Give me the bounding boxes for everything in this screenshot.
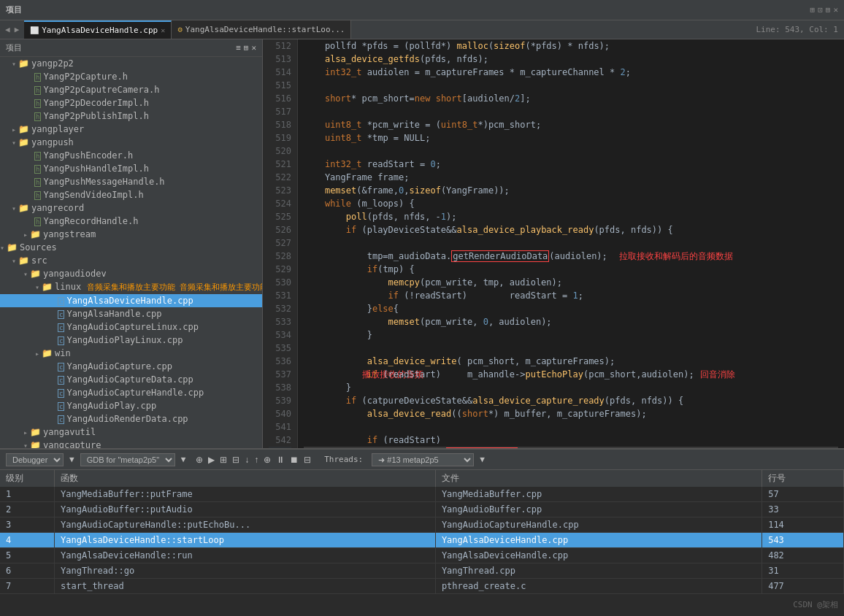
code-line: int32_t audiolen = m_captureFrames * m_c…	[304, 66, 838, 79]
line-number: 540	[269, 407, 291, 420]
line-number: 533	[269, 315, 291, 328]
code-line: if (readStart) m_ahandle->putEchoPlay(pc…	[304, 368, 838, 381]
debug-btn-8[interactable]: ⊟	[302, 453, 312, 466]
tree-item[interactable]: ▾📁yangp2p2	[0, 57, 262, 70]
col-file: 文件	[435, 470, 761, 487]
table-row[interactable]: 6YangThread::goYangThread.cpp31	[0, 563, 844, 579]
code-line: if (!readStart) readStart = 1;	[304, 289, 838, 302]
tree-item[interactable]: hYangRecordHandle.h	[0, 215, 262, 228]
debug-btn-3[interactable]: ⊞	[218, 453, 229, 466]
expand-icon[interactable]: ⊞	[826, 5, 831, 15]
table-cell-func: YangAlsaDeviceHandle::startLoop	[55, 533, 436, 548]
code-line: if(tmp) {	[304, 263, 838, 276]
table-row[interactable]: 4YangAlsaDeviceHandle::startLoopYangAlsa…	[0, 533, 844, 548]
tree-item[interactable]: ▾📁yangpush	[0, 136, 262, 149]
col-line: 行号	[762, 470, 844, 487]
tree-item[interactable]: cYangAlsaHandle.cpp	[0, 307, 262, 320]
tree-close-icon[interactable]: ✕	[251, 43, 256, 53]
line-number: 524	[269, 197, 291, 210]
filter-icon[interactable]: ⊞	[810, 5, 816, 15]
debugger-table[interactable]: 级别 函数 文件 行号 1YangMediaBuffer::putFrameYa…	[0, 470, 844, 594]
nav-back[interactable]: ◀	[3, 25, 12, 34]
table-row[interactable]: 1YangMediaBuffer::putFrameYangMediaBuffe…	[0, 487, 844, 502]
tree-item[interactable]: cYangAudioRenderData.cpp	[0, 412, 262, 426]
table-cell-func: YangAudioBuffer::putAudio	[55, 502, 436, 517]
file-tree[interactable]: 项目 ≡ ⊞ ✕ ▾📁yangp2p2hYangP2pCapture.hhYan…	[0, 39, 263, 448]
tree-item[interactable]: ▾📁yangaudiodev	[0, 267, 262, 280]
code-content[interactable]: 5125135145155165175185195205215225235245…	[263, 39, 844, 448]
debugger-select[interactable]: Debugger	[6, 453, 64, 466]
tree-header-icons: ≡ ⊞ ✕	[236, 43, 256, 53]
table-row[interactable]: 2YangAudioBuffer::putAudioYangAudioBuffe…	[0, 502, 844, 517]
line-number: 539	[269, 394, 291, 407]
tree-item[interactable]: hYangPushMessageHandle.h	[0, 175, 262, 188]
tab-function[interactable]: ⚙ YangAlsaDeviceHandle::startLoo...	[172, 20, 351, 39]
table-row[interactable]: 7start_threadpthread_create.c477	[0, 579, 844, 594]
tree-item[interactable]: ▸📁yangavutil	[0, 426, 262, 439]
line-number: 515	[269, 79, 291, 92]
debug-btn-1[interactable]: ⊕	[194, 453, 204, 466]
editor-zone: 项目 ≡ ⊞ ✕ ▾📁yangp2p2hYangP2pCapture.hhYan…	[0, 39, 844, 448]
debug-btn-pause[interactable]: ⏸	[275, 453, 286, 466]
code-line	[304, 342, 838, 355]
tab-label: YangAlsaDeviceHandle.cpp	[42, 26, 158, 35]
debug-btn-5[interactable]: ↓	[243, 453, 250, 466]
tree-item[interactable]: hYangP2pCapture.h	[0, 70, 262, 83]
title-bar: 项目 ⊞ ⊡ ⊞ ✕	[0, 0, 844, 20]
tab-close[interactable]: ✕	[161, 26, 165, 34]
tree-item[interactable]: hYangPushEncoder.h	[0, 149, 262, 162]
tree-item[interactable]: ▾📁yangcapture	[0, 439, 262, 448]
debug-btn-7[interactable]: ⊕	[262, 453, 272, 466]
debug-btn-4[interactable]: ⊟	[231, 453, 241, 466]
table-cell-line: 31	[762, 563, 844, 579]
tree-item[interactable]: ▾📁linux音频采集和播放主要功能音频采集和播放主要功能	[0, 280, 262, 294]
debug-btn-stop[interactable]: ⏹	[288, 453, 300, 466]
nav-forward[interactable]: ▶	[12, 25, 22, 34]
tree-item[interactable]: hYangP2pCaputreCamera.h	[0, 83, 262, 96]
tree-item[interactable]: cYangAudioCapture.cpp	[0, 360, 262, 373]
code-line: }else{	[304, 302, 838, 315]
tree-item[interactable]: cYangAudioPlay.cpp	[0, 399, 262, 412]
col-level: 级别	[0, 470, 55, 487]
toolbar-icons: ⊞ ⊡ ⊞ ✕	[810, 5, 839, 15]
gdb-select[interactable]: GDB for "metap2p5"	[80, 453, 175, 466]
table-row[interactable]: 3YangAudioCaptureHandle::putEchoBu...Yan…	[0, 517, 844, 533]
tree-item[interactable]: hYangP2pPublishImpl.h	[0, 109, 262, 123]
line-number: 521	[269, 158, 291, 171]
tree-item[interactable]: hYangP2pDecoderImpl.h	[0, 96, 262, 109]
table-cell-line: 482	[762, 548, 844, 563]
tree-item[interactable]: ▾📁Sources	[0, 241, 262, 254]
code-editor: 5125135145155165175185195205215225235245…	[263, 39, 844, 448]
line-number: 534	[269, 328, 291, 342]
col-func: 函数	[55, 470, 436, 487]
line-number: 536	[269, 355, 291, 368]
project-label: 项目	[6, 4, 22, 15]
tree-item[interactable]: ▸📁win	[0, 347, 262, 360]
tab-active-file[interactable]: ⬜ YangAlsaDeviceHandle.cpp ✕	[24, 20, 172, 39]
tree-item[interactable]: hYangPushHandleImpl.h	[0, 162, 262, 175]
line-number: 513	[269, 53, 291, 66]
code-line: uint8_t *tmp = NULL;	[304, 131, 838, 145]
tree-item[interactable]: ▾📁src	[0, 254, 262, 267]
tree-expand-icon[interactable]: ⊞	[244, 43, 249, 53]
table-row[interactable]: 5YangAlsaDeviceHandle::runYangAlsaDevice…	[0, 548, 844, 563]
close-panel-icon[interactable]: ✕	[833, 5, 838, 15]
thread-select[interactable]: ➜ #13 metap2p5	[372, 453, 474, 466]
tree-item[interactable]: cYangAudioCaptureLinux.cpp	[0, 320, 262, 334]
debug-btn-6[interactable]: ↑	[253, 453, 260, 466]
debug-btn-2[interactable]: ▶	[207, 453, 216, 466]
tree-item[interactable]: ▸📁yangplayer	[0, 123, 262, 136]
tree-item[interactable]: cYangAudioPlayLinux.cpp	[0, 334, 262, 347]
tree-item[interactable]: cYangAudioCaptureData.cpp	[0, 373, 262, 386]
tree-item[interactable]: cYangAudioCaptureHandle.cpp	[0, 386, 262, 399]
thread-arrow: ▼	[480, 455, 485, 464]
table-cell-line: 543	[762, 533, 844, 548]
tree-item[interactable]: cYangAlsaDeviceHandle.cpp	[0, 294, 262, 307]
line-number: 526	[269, 223, 291, 236]
tree-item[interactable]: hYangSendVideoImpl.h	[0, 188, 262, 201]
tree-filter-icon[interactable]: ≡	[236, 43, 241, 53]
code-lines: pollfd *pfds = (pollfd*) malloc(sizeof(*…	[298, 39, 844, 448]
tree-item[interactable]: ▾📁yangrecord	[0, 201, 262, 215]
tree-item[interactable]: ▸📁yangstream	[0, 228, 262, 241]
link-icon[interactable]: ⊡	[818, 5, 823, 15]
